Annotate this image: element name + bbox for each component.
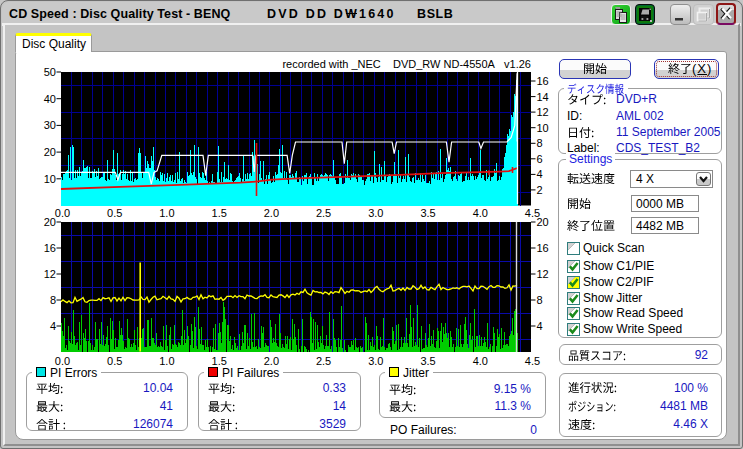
svg-text:16: 16	[537, 242, 549, 254]
svg-text:4.5: 4.5	[525, 355, 540, 367]
svg-text:6: 6	[537, 153, 543, 165]
svg-text:16: 16	[537, 75, 549, 87]
svg-text:2.5: 2.5	[316, 207, 331, 219]
svg-text:3.5: 3.5	[420, 207, 435, 219]
svg-text:14: 14	[537, 91, 549, 103]
svg-text:3.0: 3.0	[368, 355, 383, 367]
svg-text:8: 8	[537, 137, 543, 149]
svg-text:16: 16	[44, 242, 56, 254]
svg-text:0.5: 0.5	[107, 207, 122, 219]
svg-text:2.5: 2.5	[316, 355, 331, 367]
svg-text:4: 4	[537, 320, 543, 332]
svg-text:12: 12	[44, 268, 56, 280]
svg-text:8: 8	[537, 294, 543, 306]
svg-text:12: 12	[537, 106, 549, 118]
svg-text:3.0: 3.0	[368, 207, 383, 219]
svg-text:10: 10	[537, 122, 549, 134]
svg-text:recorded with _NEC DVD_RW N: recorded with _NEC DVD_RW ND-4550A v1.26	[282, 58, 531, 70]
svg-text:8: 8	[50, 294, 56, 306]
svg-text:2: 2	[537, 184, 543, 196]
svg-text:20: 20	[44, 146, 56, 158]
svg-text:0.0: 0.0	[55, 207, 70, 219]
svg-text:0.5: 0.5	[107, 355, 122, 367]
svg-text:1.5: 1.5	[212, 207, 227, 219]
svg-text:1.0: 1.0	[159, 355, 174, 367]
svg-text:4.5: 4.5	[525, 207, 540, 219]
svg-text:12: 12	[537, 268, 549, 280]
svg-text:50: 50	[44, 66, 56, 78]
svg-text:4: 4	[50, 320, 56, 332]
svg-text:40: 40	[44, 93, 56, 105]
svg-text:2.0: 2.0	[264, 207, 279, 219]
svg-text:1.0: 1.0	[159, 207, 174, 219]
svg-text:4: 4	[537, 168, 543, 180]
svg-text:4.0: 4.0	[473, 355, 488, 367]
svg-text:30: 30	[44, 119, 56, 131]
svg-text:10: 10	[44, 173, 56, 185]
svg-text:4.0: 4.0	[473, 207, 488, 219]
